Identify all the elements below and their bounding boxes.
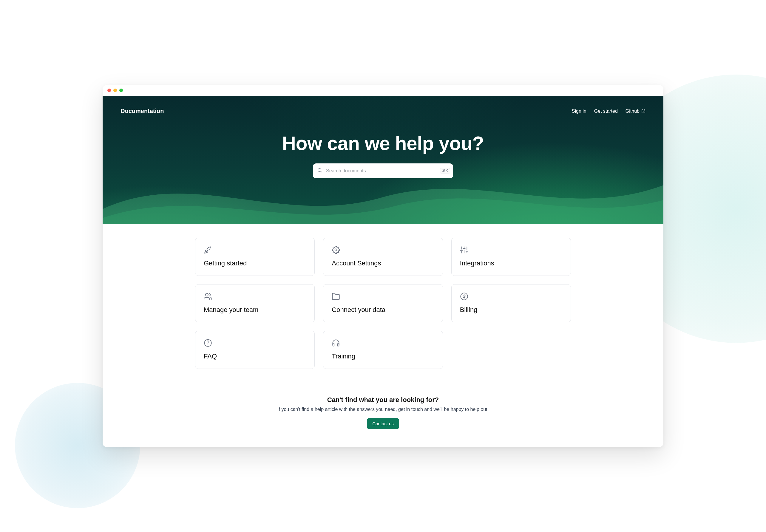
card-label: Getting started [204,259,306,267]
nav-github-label: Github [626,109,640,114]
nav-github[interactable]: Github [626,109,645,114]
card-label: Account Settings [332,259,434,267]
search-icon [317,168,322,174]
search-shortcut: ⌘K [440,168,450,174]
divider [138,385,628,385]
svg-point-12 [206,293,208,296]
card-label: FAQ [204,352,306,360]
contact-us-label: Contact us [372,421,394,426]
hero: Documentation Sign in Get started Github… [103,96,663,224]
card-connect-your-data[interactable]: Connect your data [323,284,443,322]
window-close-dot[interactable] [107,89,111,92]
content: Getting startedAccount SettingsIntegrati… [103,224,663,447]
card-label: Billing [460,306,562,314]
card-faq[interactable]: FAQ [195,331,315,369]
brand: Documentation [121,108,164,115]
card-manage-your-team[interactable]: Manage your team [195,284,315,322]
card-label: Connect your data [332,306,434,314]
question-icon [204,339,306,348]
window-titlebar [103,85,663,96]
settings-icon [332,246,434,255]
top-nav: Sign in Get started Github [572,109,645,114]
search-input[interactable] [313,163,453,178]
svg-point-2 [335,249,337,251]
card-integrations[interactable]: Integrations [451,238,571,276]
card-label: Training [332,352,434,360]
window-minimize-dot[interactable] [113,89,117,92]
nav-get-started[interactable]: Get started [594,109,618,114]
card-getting-started[interactable]: Getting started [195,238,315,276]
users-icon [204,292,306,302]
svg-point-14 [204,339,211,346]
cta-text: If you can't find a help article with th… [121,407,645,412]
card-grid: Getting startedAccount SettingsIntegrati… [195,238,571,369]
search-wrap: ⌘K [313,163,453,178]
svg-point-0 [318,168,321,172]
card-training[interactable]: Training [323,331,443,369]
card-label: Integrations [460,259,562,267]
external-link-icon [641,109,645,113]
dollar-icon [460,292,562,302]
window-zoom-dot[interactable] [119,89,123,92]
nav-signin[interactable]: Sign in [572,109,586,114]
app-window: Documentation Sign in Get started Github… [103,85,663,447]
nav-signin-label: Sign in [572,109,586,114]
card-label: Manage your team [204,306,306,314]
svg-line-1 [321,171,322,172]
hero-title: How can we help you? [121,132,645,154]
card-billing[interactable]: Billing [451,284,571,322]
contact-us-button[interactable]: Contact us [367,418,399,429]
cta-heading: Can't find what you are looking for? [121,396,645,404]
sliders-icon [460,246,562,255]
rocket-icon [204,246,306,255]
folder-icon [332,292,434,302]
nav-get-started-label: Get started [594,109,618,114]
headset-icon [332,339,434,348]
cta: Can't find what you are looking for? If … [121,396,645,429]
card-account-settings[interactable]: Account Settings [323,238,443,276]
